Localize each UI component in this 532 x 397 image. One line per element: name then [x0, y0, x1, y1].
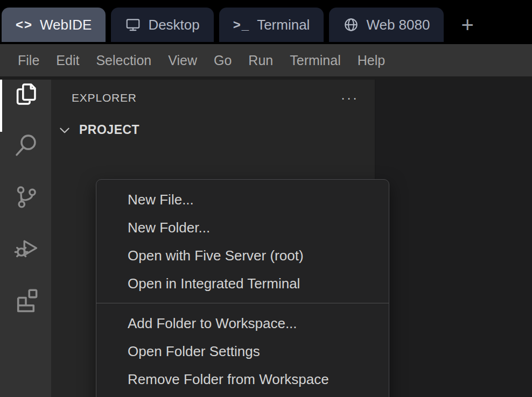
explorer-title: EXPLORER: [72, 91, 137, 104]
tab-label: Terminal: [257, 17, 310, 33]
editor-area[interactable]: [375, 80, 532, 397]
search-icon[interactable]: [12, 131, 40, 159]
tab-webide[interactable]: <> WebIDE: [2, 8, 106, 42]
explorer-icon[interactable]: [12, 80, 40, 108]
menu-terminal[interactable]: Terminal: [282, 53, 348, 68]
menu-file[interactable]: File: [10, 53, 47, 68]
tab-label: WebIDE: [40, 17, 92, 33]
tab-terminal[interactable]: >_ Terminal: [219, 8, 324, 42]
menu-selection[interactable]: Selection: [88, 53, 159, 68]
section-project-label: PROJECT: [79, 123, 139, 137]
context-menu-item-new-folder[interactable]: New Folder...: [96, 214, 389, 242]
menu-help[interactable]: Help: [350, 53, 393, 68]
tab-label: Web 8080: [366, 17, 430, 33]
monitor-icon: [125, 17, 141, 33]
explorer-header: EXPLORER ···: [51, 80, 375, 104]
globe-icon: [343, 17, 359, 33]
context-menu-divider: [96, 303, 389, 303]
extensions-icon[interactable]: [12, 286, 40, 314]
context-menu-item-open-with-five-server-root[interactable]: Open with Five Server (root): [96, 242, 389, 270]
source-control-icon[interactable]: [12, 183, 40, 211]
menu-edit[interactable]: Edit: [48, 53, 87, 68]
tab-web-8080[interactable]: Web 8080: [329, 8, 444, 42]
active-view-indicator: [0, 80, 2, 132]
activity-bar: [0, 80, 51, 397]
section-project[interactable]: PROJECT: [51, 123, 375, 137]
run-debug-icon[interactable]: [12, 235, 40, 263]
context-menu-item-open-in-integrated-terminal[interactable]: Open in Integrated Terminal: [96, 270, 389, 297]
tab-desktop[interactable]: Desktop: [111, 8, 213, 42]
menu-view[interactable]: View: [160, 53, 205, 68]
webide-window: <> WebIDE Desktop >_ Terminal: [0, 0, 532, 397]
top-tab-bar: <> WebIDE Desktop >_ Terminal: [0, 0, 532, 44]
menu-bar: FileEditSelectionViewGoRunTerminalHelp: [0, 44, 532, 80]
menu-go[interactable]: Go: [206, 53, 239, 68]
context-menu-item-remove-folder-from-workspace[interactable]: Remove Folder from Workspace: [96, 365, 389, 393]
tab-label: Desktop: [148, 17, 199, 33]
chevron-down-icon: [58, 123, 72, 137]
menu-run[interactable]: Run: [241, 53, 281, 68]
more-actions-button[interactable]: ···: [341, 95, 359, 101]
new-tab-button[interactable]: +: [461, 14, 473, 36]
context-menu-item-open-folder-settings[interactable]: Open Folder Settings: [96, 337, 389, 365]
context-menu-item-new-file[interactable]: New File...: [96, 186, 389, 214]
code-brackets-icon: <>: [16, 17, 33, 32]
terminal-prompt-icon: >_: [233, 17, 250, 32]
context-menu: New File...New Folder...Open with Five S…: [96, 179, 389, 397]
context-menu-item-add-folder-to-workspace[interactable]: Add Folder to Workspace...: [96, 309, 389, 337]
